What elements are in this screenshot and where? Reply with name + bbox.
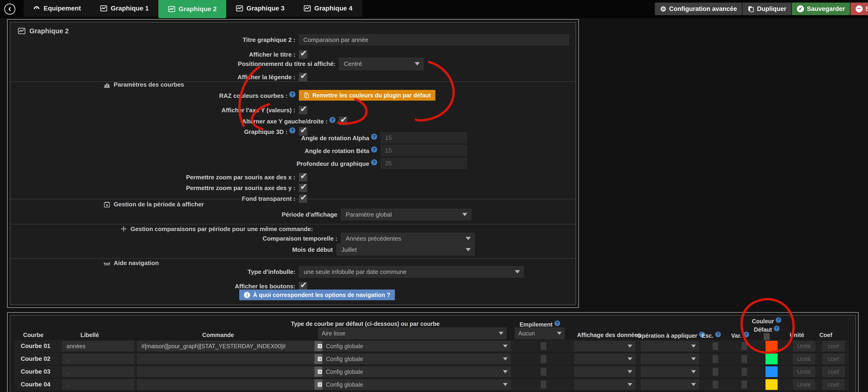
coef-input[interactable] — [822, 341, 844, 351]
data-display-select[interactable] — [575, 354, 635, 364]
alpha-angle-input[interactable] — [381, 132, 467, 143]
duplicate-button[interactable]: Dupliquer — [742, 3, 792, 15]
reset-plugin-colors-button[interactable]: Remettre les couleurs du plugin par défa… — [299, 90, 435, 101]
data-display-select[interactable] — [575, 380, 635, 390]
curve-type-value: Config globale — [326, 356, 363, 362]
curve-command-input[interactable] — [137, 341, 314, 351]
zoom-y-checkbox[interactable] — [299, 184, 307, 192]
stacking-select[interactable]: Aucun — [515, 327, 565, 339]
curve-command-input[interactable] — [137, 367, 314, 377]
depth-input[interactable] — [381, 158, 467, 169]
show-legend-checkbox[interactable] — [299, 73, 307, 81]
curve-color-swatch[interactable] — [766, 366, 778, 377]
var-checkbox[interactable] — [742, 355, 747, 363]
data-display-select[interactable] — [575, 341, 635, 351]
save-button[interactable]: Sauvegarder — [792, 3, 850, 15]
var-checkbox[interactable] — [742, 342, 747, 350]
display-period-select[interactable]: Paramètre global — [341, 209, 471, 220]
unit-input[interactable] — [793, 380, 815, 390]
graph-title-input[interactable] — [299, 34, 569, 45]
alpha-angle-label: Angle de rotation Alpha — [10, 134, 377, 142]
curve-label-input[interactable] — [62, 341, 134, 351]
stacking-checkbox[interactable] — [541, 381, 546, 389]
alternate-y-axis-checkbox[interactable] — [339, 117, 347, 125]
help-icon[interactable] — [289, 91, 296, 97]
unit-input[interactable] — [793, 341, 815, 351]
operation-select[interactable] — [641, 380, 699, 390]
curve-name: Courbe 04 — [21, 381, 50, 388]
title-position-select[interactable]: Centré — [339, 58, 424, 70]
chevron-down-icon — [628, 358, 632, 361]
delete-button[interactable]: Sup — [850, 3, 868, 15]
help-icon[interactable] — [776, 317, 781, 323]
data-display-select[interactable] — [575, 367, 635, 377]
stacking-checkbox[interactable] — [541, 342, 546, 350]
start-month-select[interactable]: Juillet — [336, 244, 475, 256]
unit-input[interactable] — [793, 354, 815, 364]
curve-command-input[interactable] — [137, 354, 314, 364]
help-icon[interactable] — [554, 321, 560, 326]
curve-type-select[interactable]: Config globale — [322, 354, 510, 364]
tab-graphique-2[interactable]: Graphique 2 — [158, 0, 226, 18]
zoom-x-checkbox[interactable] — [299, 173, 307, 182]
stacking-checkbox[interactable] — [541, 355, 546, 363]
esc-checkbox[interactable] — [713, 355, 718, 363]
curve-label-input[interactable] — [62, 380, 134, 390]
curve-type-select[interactable]: Config globale — [322, 380, 510, 390]
curve-type-value: Config globale — [326, 343, 363, 350]
tab-equipement[interactable]: Equipement — [23, 0, 90, 17]
default-curve-type-select[interactable]: Aire lisse — [318, 327, 506, 339]
curve-label-input[interactable] — [62, 367, 134, 377]
help-icon[interactable] — [715, 332, 721, 337]
tab-graphique-1[interactable]: Graphique 1 — [90, 0, 158, 17]
esc-checkbox[interactable] — [713, 342, 718, 350]
curve-type-select[interactable]: Config globale — [322, 367, 510, 377]
default-color-checkbox[interactable] — [764, 333, 770, 340]
help-icon[interactable] — [743, 332, 749, 337]
curve-color-swatch[interactable] — [766, 354, 778, 364]
beta-angle-input[interactable] — [381, 145, 467, 156]
show-buttons-checkbox[interactable] — [299, 282, 307, 290]
help-icon[interactable] — [371, 134, 377, 140]
operation-select[interactable] — [641, 354, 699, 364]
operation-select[interactable] — [641, 367, 699, 377]
curves-section-title: Paramètres des courbes — [114, 81, 184, 88]
chevron-down-icon — [503, 345, 507, 348]
back-button[interactable] — [4, 3, 16, 15]
show-buttons-label: Afficher les boutons: — [10, 283, 296, 290]
unit-input[interactable] — [793, 367, 815, 377]
esc-checkbox[interactable] — [713, 368, 718, 376]
tab-graphique-3[interactable]: Graphique 3 — [226, 0, 294, 17]
coef-input[interactable] — [822, 367, 844, 377]
curve-color-swatch[interactable] — [766, 341, 778, 352]
curve-row: Courbe 02 Config globale — [14, 353, 848, 365]
tooltip-type-select[interactable]: une seule infobulle par date commune — [299, 266, 524, 277]
esc-checkbox[interactable] — [713, 381, 718, 389]
stacking-checkbox[interactable] — [541, 368, 546, 376]
help-icon[interactable] — [371, 159, 377, 165]
advanced-config-button[interactable]: Configuration avancée — [655, 3, 742, 15]
var-checkbox[interactable] — [742, 381, 747, 389]
transparent-bg-checkbox[interactable] — [299, 195, 307, 203]
coef-input[interactable] — [822, 380, 844, 390]
help-icon[interactable] — [774, 326, 779, 331]
tab-graphique-4[interactable]: Graphique 4 — [294, 0, 362, 17]
curve-color-swatch[interactable] — [766, 379, 778, 390]
help-icon[interactable] — [371, 146, 377, 153]
comparison-section-heading: Gestion comparaisons par période pour un… — [120, 225, 313, 233]
operation-select[interactable] — [641, 341, 699, 351]
curve-type-select[interactable]: Config globale — [322, 341, 510, 351]
copy-icon — [748, 6, 754, 12]
tab-label: Equipement — [43, 5, 81, 12]
curve-label-input[interactable] — [62, 354, 134, 364]
var-checkbox[interactable] — [742, 368, 747, 376]
chevron-down-icon — [503, 383, 507, 386]
curve-row: Courbe 04 Config globale — [14, 379, 848, 391]
coef-input[interactable] — [822, 354, 844, 364]
navigation-options-info-button[interactable]: À quoi correspondent les options de navi… — [239, 290, 395, 300]
temporal-comparison-select[interactable]: Années précédentes — [341, 233, 475, 244]
default-curve-type-value: Aire lisse — [322, 330, 345, 337]
curve-command-input[interactable] — [137, 380, 314, 390]
help-icon[interactable] — [330, 117, 336, 123]
show-y-axis-checkbox[interactable] — [299, 106, 307, 115]
